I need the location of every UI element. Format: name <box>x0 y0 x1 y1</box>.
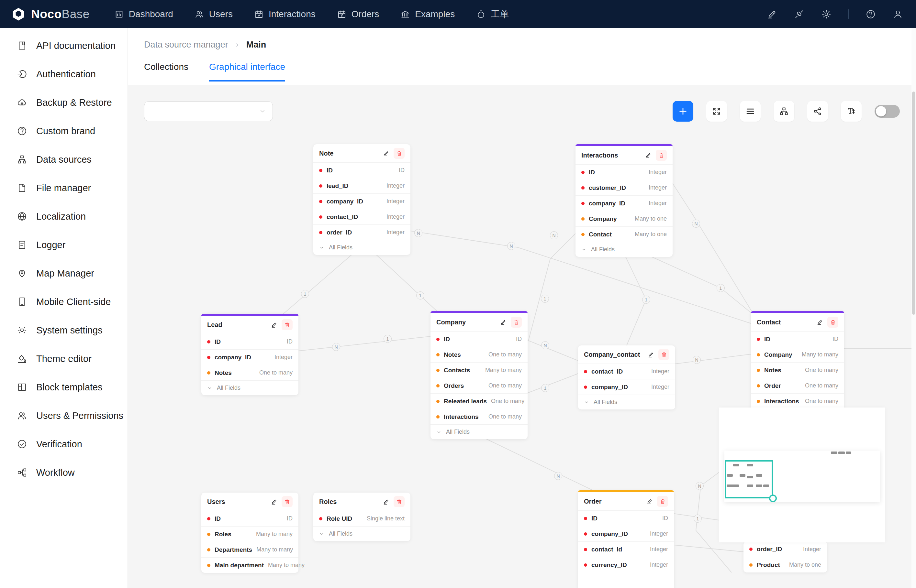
collection-card-lead[interactable]: LeadIDIDcompany_IDIntegerNotesOne to man… <box>201 314 298 395</box>
edit-collection-icon[interactable] <box>270 498 278 505</box>
plus-button[interactable] <box>673 101 693 122</box>
field-row[interactable]: ContactMany to one <box>576 226 673 242</box>
er-diagram-canvas[interactable]: NoteIDIDlead_IDIntegercompany_IDIntegerc… <box>128 85 916 588</box>
collection-select[interactable] <box>144 101 273 121</box>
nocobase-logo[interactable]: NocoBase <box>0 7 99 22</box>
sidebar-item-localization[interactable]: Localization <box>0 202 128 231</box>
collection-card-contact[interactable]: ContactIDIDCompanyMany to manyNotesOne t… <box>751 311 844 424</box>
edit-collection-icon[interactable] <box>645 152 652 159</box>
delete-collection-button[interactable] <box>657 496 668 507</box>
edit-collection-icon[interactable] <box>500 318 507 326</box>
all-fields-toggle[interactable]: All Fields <box>201 380 298 395</box>
edit-collection-icon[interactable] <box>383 498 390 505</box>
sidebar-item-workflow[interactable]: Workflow <box>0 458 128 487</box>
org-button[interactable] <box>774 101 794 122</box>
field-row[interactable]: OrdersOne to many <box>430 378 528 393</box>
field-row[interactable]: CompanyMany to many <box>751 347 844 362</box>
sidebar-item-users-permissions[interactable]: Users & Permissions <box>0 401 128 430</box>
field-row[interactable]: CompanyMany to one <box>576 211 673 226</box>
all-fields-toggle[interactable]: All Fields <box>430 424 528 439</box>
sidebar-item-verification[interactable]: Verification <box>0 430 128 458</box>
field-row[interactable]: NotesOne to many <box>751 362 844 378</box>
field-row[interactable]: contact_IDInteger <box>313 209 410 225</box>
gear-icon[interactable] <box>821 9 832 19</box>
field-row[interactable]: InteractionsOne to many <box>751 393 844 409</box>
dark-mode-switch[interactable] <box>875 105 900 118</box>
edit-collection-icon[interactable] <box>647 351 654 358</box>
field-row[interactable]: ProductMany to one <box>743 557 827 572</box>
field-row[interactable]: company_IDInteger <box>201 349 298 365</box>
delete-collection-button[interactable] <box>393 148 405 159</box>
tab-collections[interactable]: Collections <box>144 62 188 81</box>
field-row[interactable]: IDID <box>430 331 528 347</box>
breadcrumb-link[interactable]: Data source manager <box>144 40 228 50</box>
field-row[interactable]: Main departmentMany to many <box>201 557 298 573</box>
field-row[interactable]: IDID <box>578 510 674 526</box>
collection-card-order[interactable]: OrderIDIDcompany_IDIntegercontact_idInte… <box>578 490 674 588</box>
sidebar-item-backup-restore[interactable]: Backup & Restore <box>0 88 128 117</box>
expand-button[interactable] <box>706 101 727 122</box>
field-row[interactable]: order_IDInteger <box>743 541 827 557</box>
field-row[interactable]: IDID <box>201 511 298 526</box>
collection-card-users[interactable]: UsersIDIDRolesMany to manyDepartmentsMan… <box>201 493 298 573</box>
delete-collection-button[interactable] <box>393 496 405 507</box>
delete-collection-button[interactable] <box>656 150 667 161</box>
nav-item-工单[interactable]: 工单 <box>476 0 509 28</box>
field-row[interactable]: customer_IDInteger <box>576 180 673 195</box>
field-row[interactable]: IDID <box>313 162 410 178</box>
highlighter-icon[interactable] <box>767 9 777 19</box>
nav-item-examples[interactable]: Examples <box>400 0 455 28</box>
menu-button[interactable] <box>740 101 761 122</box>
edit-collection-icon[interactable] <box>383 150 390 157</box>
field-row[interactable]: IDInteger <box>576 164 673 180</box>
sidebar-item-map-manager[interactable]: Map Manager <box>0 259 128 288</box>
nav-item-interactions[interactable]: Interactions <box>254 0 316 28</box>
nav-item-users[interactable]: Users <box>194 0 233 28</box>
field-row[interactable]: NotesOne to many <box>430 347 528 362</box>
field-row[interactable]: NotesOne to many <box>201 365 298 380</box>
field-row[interactable]: company_IDInteger <box>313 194 410 209</box>
delete-collection-button[interactable] <box>659 349 669 360</box>
plug-icon[interactable] <box>794 9 804 19</box>
sidebar-item-file-manager[interactable]: File manager <box>0 174 128 202</box>
collection-card-roles[interactable]: RolesRole UIDSingle line textAll Fields <box>313 493 410 541</box>
collection-card-company[interactable]: CompanyIDIDNotesOne to manyContactsMany … <box>430 311 528 439</box>
field-row[interactable]: lead_IDInteger <box>313 178 410 194</box>
sidebar-item-system-settings[interactable]: System settings <box>0 316 128 344</box>
collection-card-partial[interactable]: order_IDIntegerProductMany to one <box>743 541 827 572</box>
field-row[interactable]: ContactsMany to many <box>430 362 528 378</box>
text-size-button[interactable] <box>841 101 862 122</box>
sidebar-item-mobile-client-side[interactable]: Mobile Client-side <box>0 288 128 316</box>
field-row[interactable]: Role UIDSingle line text <box>313 511 410 526</box>
sidebar-item-logger[interactable]: Logger <box>0 231 128 259</box>
delete-collection-button[interactable] <box>282 496 293 507</box>
field-row[interactable]: IDID <box>751 331 844 347</box>
share-button[interactable] <box>807 101 828 122</box>
user-icon[interactable] <box>893 9 903 19</box>
edit-collection-icon[interactable] <box>270 321 278 328</box>
sidebar-item-block-templates[interactable]: Block templates <box>0 373 128 401</box>
all-fields-toggle[interactable]: All Fields <box>313 240 410 255</box>
sidebar-item-theme-editor[interactable]: Theme editor <box>0 344 128 373</box>
delete-collection-button[interactable] <box>511 317 522 328</box>
sidebar-item-api-documentation[interactable]: API documentation <box>0 31 128 60</box>
delete-collection-button[interactable] <box>282 319 293 330</box>
minimap-resize-handle[interactable] <box>769 494 777 502</box>
nav-item-dashboard[interactable]: Dashboard <box>114 0 173 28</box>
field-row[interactable]: IDID <box>201 334 298 349</box>
minimap-viewport[interactable] <box>725 460 773 498</box>
tab-graphical-interface[interactable]: Graphical interface <box>209 62 285 81</box>
field-row[interactable]: Releated leadsOne to many <box>430 393 528 409</box>
field-row[interactable]: company_IDInteger <box>578 379 675 394</box>
field-row[interactable]: RolesMany to many <box>201 526 298 542</box>
all-fields-toggle[interactable]: All Fields <box>578 394 675 409</box>
all-fields-toggle[interactable]: All Fields <box>313 526 410 541</box>
field-row[interactable]: contact_IDInteger <box>578 363 675 379</box>
scrollbar-thumb[interactable] <box>912 92 915 315</box>
field-row[interactable]: OrderOne to many <box>751 378 844 393</box>
field-row[interactable]: company_IDInteger <box>578 526 674 541</box>
help-circle-icon[interactable] <box>866 9 876 19</box>
delete-collection-button[interactable] <box>827 317 838 328</box>
edit-collection-icon[interactable] <box>646 498 653 505</box>
field-row[interactable]: contact_idInteger <box>578 541 674 557</box>
